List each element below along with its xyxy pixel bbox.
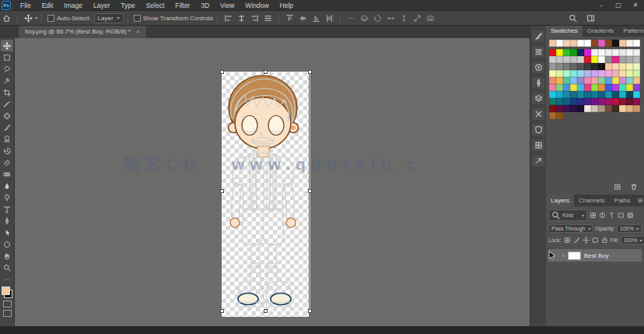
- layer-row[interactable]: ›Best Boy: [548, 249, 642, 262]
- align-right[interactable]: [248, 14, 261, 23]
- screen-mode-button[interactable]: [3, 310, 12, 317]
- color-swatch[interactable]: [549, 98, 556, 105]
- panel-menu-button[interactable]: [635, 195, 644, 206]
- color-swatch[interactable]: [570, 70, 577, 77]
- auto-select-dropdown[interactable]: Layer ▾: [94, 13, 124, 23]
- blend-mode-dropdown[interactable]: Pass Through ▾: [548, 224, 593, 233]
- color-swatch[interactable]: [563, 70, 570, 77]
- color-swatch[interactable]: [563, 98, 570, 105]
- adjustment-filter[interactable]: [598, 212, 607, 219]
- color-swatch[interactable]: [605, 77, 612, 84]
- new-swatch[interactable]: [611, 183, 624, 191]
- color-swatch[interactable]: [598, 56, 605, 63]
- show-transform-checkbox[interactable]: [134, 15, 141, 22]
- color-swatch[interactable]: [570, 40, 577, 47]
- color-swatch[interactable]: [633, 63, 640, 70]
- color-swatch[interactable]: [633, 105, 640, 112]
- color-swatch[interactable]: [633, 40, 640, 47]
- canvas-area[interactable]: 视艺CG www.qdnxxlb.c: [14, 38, 530, 326]
- color-swatch[interactable]: [577, 40, 584, 47]
- color-swatch[interactable]: [612, 40, 619, 47]
- color-swatch[interactable]: [584, 91, 591, 98]
- color-swatch[interactable]: [626, 98, 633, 105]
- color-swatch[interactable]: [605, 49, 612, 56]
- color-swatch[interactable]: [619, 49, 626, 56]
- lock-artboard[interactable]: [591, 237, 600, 244]
- color-swatch[interactable]: [626, 49, 633, 56]
- color-swatch[interactable]: [619, 63, 626, 70]
- close-button[interactable]: ✕: [627, 2, 644, 9]
- color-swatch[interactable]: [570, 91, 577, 98]
- color-swatch[interactable]: [612, 63, 619, 70]
- delete-swatch[interactable]: [628, 183, 640, 191]
- color-swatch[interactable]: [626, 84, 633, 91]
- close-tab-icon[interactable]: ×: [136, 28, 140, 35]
- export-panel[interactable]: [532, 155, 544, 167]
- color-swatch[interactable]: [549, 56, 556, 63]
- clone-stamp-tool[interactable]: [1, 133, 13, 145]
- color-swatch[interactable]: [549, 84, 556, 91]
- color-swatch[interactable]: [570, 49, 577, 56]
- color-swatch[interactable]: [591, 70, 598, 77]
- color-swatch[interactable]: [577, 56, 584, 63]
- lock-position[interactable]: [582, 237, 590, 244]
- color-swatch[interactable]: [584, 49, 591, 56]
- align-center-h[interactable]: [235, 14, 248, 23]
- color-swatch[interactable]: [570, 56, 577, 63]
- dist-bottom[interactable]: [310, 14, 323, 23]
- color-swatch[interactable]: [556, 98, 563, 105]
- color-swatch[interactable]: [556, 105, 563, 112]
- color-swatch[interactable]: [605, 98, 612, 105]
- shape-tool[interactable]: [1, 238, 13, 250]
- workspace[interactable]: [584, 14, 597, 23]
- color-swatch[interactable]: [584, 77, 591, 84]
- type-tool[interactable]: [1, 203, 13, 215]
- color-swatch[interactable]: [577, 70, 584, 77]
- color-swatch[interactable]: [633, 77, 640, 84]
- pen-tool[interactable]: [1, 215, 13, 227]
- color-swatch[interactable]: [626, 56, 633, 63]
- libraries-panel[interactable]: [532, 124, 544, 135]
- foreground-color-swatch[interactable]: [2, 287, 10, 295]
- color-swatch[interactable]: [563, 84, 570, 91]
- menu-item-select[interactable]: Select: [141, 2, 170, 9]
- color-swatch[interactable]: [556, 70, 563, 77]
- lasso-tool[interactable]: [1, 63, 13, 75]
- scale-3d[interactable]: [411, 14, 424, 23]
- color-swatch[interactable]: [626, 40, 633, 47]
- path-selection-tool[interactable]: [1, 227, 13, 238]
- color-swatch[interactable]: [563, 63, 570, 70]
- color-swatch[interactable]: [549, 112, 556, 119]
- color-swatch[interactable]: [584, 56, 591, 63]
- color-swatch[interactable]: [633, 91, 640, 98]
- opacity-input[interactable]: 100% ▾: [617, 224, 642, 233]
- color-swatch[interactable]: [563, 49, 570, 56]
- color-swatch[interactable]: [598, 84, 605, 91]
- color-swatch[interactable]: [570, 84, 577, 91]
- color-swatch[interactable]: [612, 56, 619, 63]
- color-swatch[interactable]: [633, 98, 640, 105]
- color-swatch[interactable]: [626, 63, 633, 70]
- healing-brush-tool[interactable]: [1, 110, 13, 121]
- color-swatch[interactable]: [598, 91, 605, 98]
- smart-filter[interactable]: [626, 212, 635, 219]
- color-swatch[interactable]: [591, 84, 598, 91]
- layer-thumbnail[interactable]: [568, 251, 581, 260]
- color-swatch[interactable]: [612, 105, 619, 112]
- color-swatch[interactable]: [619, 84, 626, 91]
- color-swatch[interactable]: [549, 77, 556, 84]
- color-swatch[interactable]: [577, 63, 584, 70]
- color-swatch[interactable]: [570, 77, 577, 84]
- quick-selection-tool[interactable]: [1, 75, 13, 86]
- color-swatch[interactable]: [584, 63, 591, 70]
- brushes-panel[interactable]: [532, 30, 544, 42]
- menu-item-image[interactable]: Image: [58, 2, 88, 9]
- minimize-button[interactable]: –: [593, 2, 610, 9]
- roll-3d[interactable]: [371, 14, 384, 23]
- search[interactable]: [566, 14, 579, 23]
- color-swatch[interactable]: [584, 105, 591, 112]
- color-swatch[interactable]: [612, 84, 619, 91]
- eyedropper-tool[interactable]: [1, 98, 13, 110]
- more-options-button[interactable]: [345, 14, 358, 23]
- dodge-tool[interactable]: [1, 192, 13, 203]
